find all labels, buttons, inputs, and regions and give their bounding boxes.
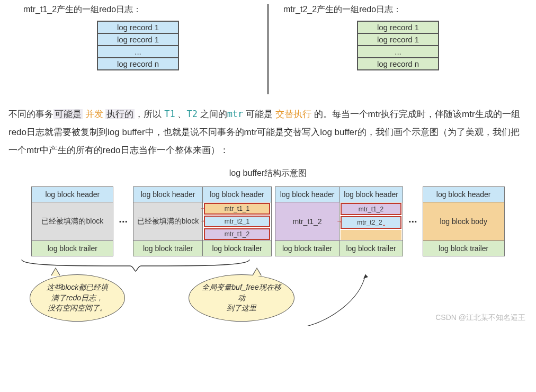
highlight-text: 可能是 [53,109,83,119]
bubble-line: 没有空闲空间了。 [48,304,107,312]
bubble-line: 这些block都已经填 [47,283,109,291]
top-left-title: mtr_t1_2产生的一组redo日志： [23,4,262,15]
slot-mtr-t1-2: mtr_t1_2 [204,228,270,240]
bubble-tail-icon [51,269,60,276]
log-block-pair-right: log block header mtr_t1_2 log block trai… [275,186,403,256]
text: 可能是 [243,109,275,119]
block-trailer: log block trailer [275,240,339,256]
bubble-left: 这些block都已经填 满了redo日志， 没有空闲空间了。 [30,274,125,322]
bubble-tail-icon [253,269,261,276]
slot-mtr-t1-1: mtr_t1_1 [204,203,270,215]
log-block-full-1: log block header 已经被填满的block log block t… [31,186,113,256]
bubble-line: 到了这里 [227,304,256,312]
table-cell: log record 1 [358,21,439,33]
block-body-full: 已经被填满的block [32,202,113,240]
log-block-mtr-t1-2: log block header mtr_t1_2 log block trai… [275,187,339,256]
top-diagram-row: mtr_t1_2产生的一组redo日志： log record 1 log re… [8,4,528,94]
text: ，所以 [135,109,164,119]
table-cell: log record 1 [97,21,178,33]
slot-mtr-t2-1: mtr_t2_1 [204,216,270,227]
log-block-pair-left: log block header 已经被填满的block log block t… [133,186,272,256]
block-header: log block header [32,187,113,202]
left-record-table: log record 1 log record 1 ... log record… [97,21,179,70]
table-cell: log record 1 [358,33,439,46]
code-t1: T1 [164,109,175,119]
block-trailer: log block trailer [423,240,504,256]
table-cell: log record 1 [97,33,178,46]
right-record-table: log record 1 log record 1 ... log record… [357,21,439,70]
code-t2: T2 [186,109,197,119]
highlight-text: 执行的 [105,109,135,119]
pointer-arrow [297,269,381,326]
log-block-template: log block header log block body log bloc… [423,186,505,256]
orange-text: 并发 [83,109,105,119]
block-header: log block header [423,187,504,202]
slot-label: mtr_t2_2 [357,219,382,226]
orange-text: 交替执行 [275,109,311,119]
ellipsis: ··· [406,216,419,228]
block-header: log block header [133,187,202,202]
cursor-icon: ‸ [383,219,385,226]
text: 、 [175,109,187,119]
table-cell: log record n [358,58,439,70]
bubble-line: 满了redo日志， [51,293,103,302]
bubble-line: 全局变量buf_free现在移动 [202,283,281,302]
block-body: log block body [423,202,504,240]
text: 之间的 [198,109,227,119]
block-header: log block header [203,187,271,202]
text: 不同的事务 [8,109,53,119]
explanation-paragraph: 不同的事务可能是 并发 执行的，所以 T1 、T2 之间的mtr 可能是 交替执… [8,105,528,159]
block-trailer: log block trailer [133,240,202,256]
block-header: log block header [340,187,403,202]
block-trailer: log block trailer [32,240,113,256]
log-block-partial-1: log block header mtr_t1_1 mtr_t2_1 mtr_t… [202,187,271,256]
block-body-slots-2: mtr_t1_2 mtr_t2_2 ‸ [340,202,403,240]
block-body-slots: mtr_t1_1 mtr_t2_1 mtr_t1_2 [203,202,271,240]
block-body-full: 已经被填满的block [133,202,202,240]
log-block-full-2: log block header 已经被填满的block log block t… [133,187,202,256]
top-right: mtr_t2_2产生的一组redo日志： log record 1 log re… [269,4,528,70]
slot-mtr-t2-2-cursor: mtr_t2_2 ‸ [341,216,401,228]
table-cell: ... [97,46,178,58]
bubble-right: 全局变量buf_free现在移动 到了这里 [189,274,294,322]
block-trailer: log block trailer [340,240,403,256]
slot-mtr-t1-2b: mtr_t1_2 [341,203,401,215]
watermark: CSDN @江北某不知名逼王 [435,313,525,323]
ellipsis: ··· [117,216,130,228]
table-cell: ... [358,46,439,58]
figure-title: log buffer结构示意图 [8,168,528,179]
block-trailer: log block trailer [203,240,271,256]
slot-empty [341,230,401,240]
code-mtr: mtr [227,109,244,119]
block-body-mtr-t1-2: mtr_t1_2 [275,202,339,240]
top-left: mtr_t1_2产生的一组redo日志： log record 1 log re… [8,4,267,70]
block-header: log block header [275,187,339,202]
log-block-partial-2: log block header mtr_t1_2 mtr_t2_2 ‸ log… [339,187,403,256]
table-cell: log record n [97,58,178,70]
log-buffer-blocks: log block header 已经被填满的block log block t… [8,186,528,256]
top-right-title: mtr_t2_2产生的一组redo日志： [283,4,522,15]
